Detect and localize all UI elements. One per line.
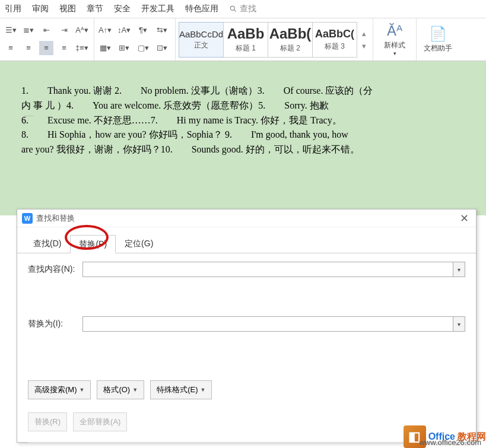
style-preview: AaBbC( <box>315 28 354 40</box>
align-distribute-icon[interactable]: ≡ <box>57 41 71 55</box>
style-heading2[interactable]: AaBb( 标题 2 <box>268 22 313 58</box>
style-name: 标题 1 <box>236 43 256 53</box>
toggle-marks-icon[interactable]: ¶▾ <box>136 23 150 37</box>
new-style-icon: Ăᴬ <box>387 23 402 39</box>
replace-button: 替换(R) <box>28 412 67 431</box>
ribbon-list-group: ☰▾ ≣▾ ⇤ ⇥ Aᴬ▾ ≡ ≡ ≡ ≡ ‡≡▾ <box>0 18 94 61</box>
bullet-list-icon[interactable]: ☰▾ <box>4 23 18 37</box>
format-button[interactable]: 格式(O)▼ <box>97 380 144 399</box>
tab-replace[interactable]: 替换(P) <box>70 235 116 253</box>
tab-icon[interactable]: ⇆▾ <box>155 23 169 37</box>
chevron-down-icon: ▾ <box>458 266 460 273</box>
styles-expand[interactable]: ▴ ▾ <box>358 29 369 50</box>
search-icon <box>229 5 237 13</box>
ribbon: ☰▾ ≣▾ ⇤ ⇥ Aᴬ▾ ≡ ≡ ≡ ≡ ‡≡▾ A↑▾ ↕A▾ ¶▾ ⇆▾ … <box>0 18 486 61</box>
menu-bar: 引用 审阅 视图 章节 安全 开发工具 特色应用 查找 <box>0 0 486 18</box>
indent-increase-icon[interactable]: ⇥ <box>57 23 71 37</box>
svg-point-0 <box>230 6 234 10</box>
dialog-divider <box>28 442 465 443</box>
line-spacing-icon[interactable]: ‡≡▾ <box>75 41 89 55</box>
menu-item-reference[interactable]: 引用 <box>5 4 21 14</box>
replace-with-input[interactable] <box>82 316 453 332</box>
doc-line: 1. Thank you. 谢谢 2. No problem. 没事儿（谢啥）3… <box>21 84 465 99</box>
doc-line: 6. Excuse me. 不好意思……7. Hi my name is Tra… <box>21 113 465 128</box>
sort-icon[interactable]: ↕A▾ <box>117 23 131 37</box>
find-what-input[interactable] <box>82 262 453 277</box>
close-button[interactable]: ✕ <box>458 212 471 225</box>
border-icon[interactable]: ⊞▾ <box>117 41 131 55</box>
doc-assistant-label: 文档助手 <box>424 43 452 53</box>
chevron-down-icon: ▼ <box>132 387 138 393</box>
style-normal[interactable]: AaBbCcDd 正文 <box>179 22 224 58</box>
dialog-titlebar[interactable]: W 查找和替换 ✕ <box>17 209 476 227</box>
replace-all-button: 全部替换(A) <box>73 412 127 431</box>
doc-line: 内 事 儿 ）4. You are welcome. 乐意效劳（愿意帮你）5. … <box>21 99 465 113</box>
chevron-up-icon: ▴ <box>362 29 366 38</box>
style-preview: AaBb( <box>269 26 312 42</box>
special-label: 特殊格式(E) <box>157 385 198 395</box>
menu-item-view[interactable]: 视图 <box>59 4 76 14</box>
find-replace-dialog: W 查找和替换 ✕ 查找(D) 替换(P) 定位(G) 查找内容(N): ▾ 替… <box>17 209 477 443</box>
dialog-title: 查找和替换 <box>36 213 458 224</box>
style-preview: AaBb <box>227 26 265 42</box>
styles-group: AaBbCcDd 正文 AaBb 标题 1 AaBb( 标题 2 AaBbC( … <box>176 18 373 61</box>
ribbon-para-group: A↑▾ ↕A▾ ¶▾ ⇆▾ ▦▾ ⊞▾ ▢▾ ⊡▾ <box>94 18 176 61</box>
page-corner-mark <box>24 116 33 125</box>
align-center-icon[interactable]: ≡ <box>21 41 36 55</box>
indent-decrease-icon[interactable]: ⇤ <box>39 23 53 37</box>
align-justify-icon[interactable]: ≡ <box>39 41 53 55</box>
chevron-down-icon: ▼ <box>80 387 85 393</box>
document-area[interactable]: 1. Thank you. 谢谢 2. No problem. 没事儿（谢啥）3… <box>0 61 486 215</box>
replace-with-label: 替换为(I): <box>28 319 82 329</box>
find-what-label: 查找内容(N): <box>28 264 82 275</box>
advanced-label: 高级搜索(M) <box>34 385 77 395</box>
format-label: 格式(O) <box>103 385 130 395</box>
doc-assistant-button[interactable]: 📄 文档助手 <box>420 26 456 53</box>
new-style-label: 新样式 <box>384 40 405 50</box>
style-preview: AaBbCcDd <box>179 29 223 39</box>
dialog-tabs: 查找(D) 替换(P) 定位(G) <box>17 227 476 253</box>
menu-search-label: 查找 <box>240 4 256 14</box>
menu-item-security[interactable]: 安全 <box>114 4 131 14</box>
numbered-list-icon[interactable]: ≣▾ <box>21 23 36 37</box>
replace-history-dropdown[interactable]: ▾ <box>453 316 465 332</box>
align-left-icon[interactable]: ≡ <box>4 41 18 55</box>
menu-item-special[interactable]: 特色应用 <box>185 4 218 14</box>
font-grow-icon[interactable]: A↑▾ <box>98 23 112 37</box>
tab-find[interactable]: 查找(D) <box>24 234 70 253</box>
special-format-button[interactable]: 特殊格式(E)▼ <box>150 380 212 399</box>
document-text[interactable]: 1. Thank you. 谢谢 2. No problem. 没事儿（谢啥）3… <box>21 73 465 157</box>
style-name: 标题 3 <box>325 42 345 52</box>
tab-goto[interactable]: 定位(G) <box>116 234 162 253</box>
style-name: 正文 <box>194 40 208 50</box>
assistant-group: 📄 文档助手 <box>417 18 459 61</box>
shading-icon[interactable]: ▦▾ <box>98 41 112 55</box>
style-heading3[interactable]: AaBbC( 标题 3 <box>312 22 357 58</box>
find-history-dropdown[interactable]: ▾ <box>453 262 465 277</box>
paragraph-icon[interactable]: ⊡▾ <box>155 41 169 55</box>
fill-color-icon[interactable]: ▢▾ <box>136 41 150 55</box>
doc-line: 8. Hi Sophia，how are you? 你好吗，Sophia？ 9.… <box>21 128 465 142</box>
chevron-down-icon: ▾ <box>458 321 460 328</box>
menu-item-devtools[interactable]: 开发工具 <box>141 4 174 14</box>
menu-item-review[interactable]: 审阅 <box>32 4 49 14</box>
advanced-search-button[interactable]: 高级搜索(M)▼ <box>28 380 91 399</box>
style-heading1[interactable]: AaBb 标题 1 <box>223 22 268 58</box>
svg-line-1 <box>234 10 236 12</box>
doc-line: are you? 我很好，谢谢，你好吗？10. Sounds good. 好的，… <box>21 142 465 157</box>
doc-assistant-icon: 📄 <box>429 26 447 42</box>
dialog-body: 查找内容(N): ▾ 替换为(I): ▾ 高级搜索(M)▼ 格式(O)▼ 特殊格… <box>17 253 476 448</box>
chevron-down-icon: ▼ <box>200 387 205 393</box>
new-style-group: Ăᴬ 新样式▾ <box>373 18 417 61</box>
watermark-url: www.office26.com <box>419 438 481 447</box>
menu-search[interactable]: 查找 <box>229 4 256 14</box>
style-name: 标题 2 <box>280 43 300 53</box>
superscript-icon[interactable]: Aᴬ▾ <box>75 23 89 37</box>
new-style-button[interactable]: Ăᴬ 新样式▾ <box>377 23 412 56</box>
menu-item-chapter[interactable]: 章节 <box>87 4 103 14</box>
wps-logo-icon: W <box>22 213 33 224</box>
chevron-down-icon: ▾ <box>362 42 366 50</box>
